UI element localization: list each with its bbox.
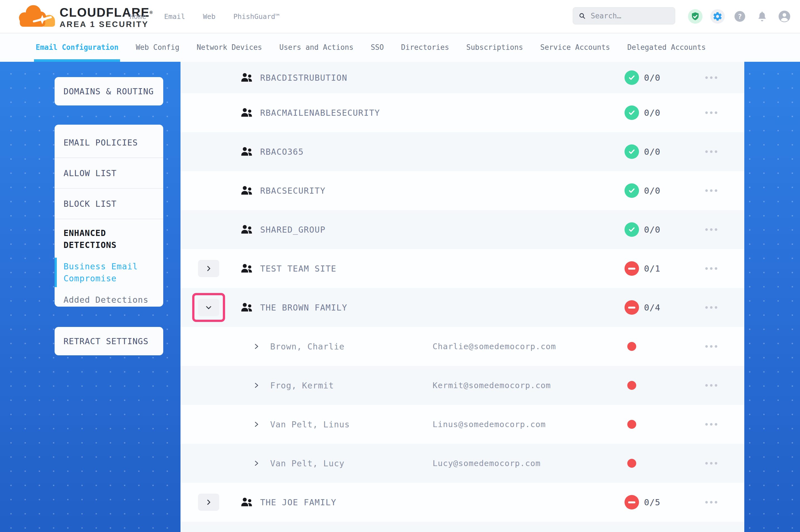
tab-service-accounts[interactable]: Service Accounts (540, 33, 610, 62)
check-icon (628, 109, 636, 117)
sidebar-item-added-detections[interactable]: Added Detections (63, 294, 154, 306)
users-group-icon (240, 107, 253, 118)
sidebar-item-block-list[interactable]: BLOCK LIST (55, 189, 163, 219)
overflow-menu-button[interactable] (704, 226, 719, 234)
tab-users-and-actions[interactable]: Users and Actions (279, 33, 353, 62)
table-row-group: RBACDISTRUBUTION 0/0 (181, 62, 744, 93)
sidebar-item-allow-list[interactable]: ALLOW LIST (55, 158, 163, 189)
tab-sso[interactable]: SSO (371, 33, 384, 62)
notifications-bell-icon[interactable] (755, 9, 769, 24)
sidebar-item-business-email-compromise[interactable]: Business Email Compromise (63, 261, 154, 284)
table-row-member: Brown, Charlie Charlie@somedemocorp.com (181, 327, 744, 366)
overflow-menu-button[interactable] (704, 74, 719, 81)
chevron-right-icon[interactable] (253, 421, 260, 428)
help-icon[interactable]: ? (732, 9, 747, 24)
check-icon (628, 74, 636, 82)
chevron-right-icon (205, 265, 212, 272)
header-nav-home[interactable]: Home (129, 13, 146, 21)
config-subnav: Email ConfigurationWeb ConfigNetwork Dev… (0, 33, 800, 62)
overflow-menu-button[interactable] (704, 343, 719, 350)
sidebar-item-domains-routing[interactable]: DOMAINS & ROUTING (63, 87, 154, 96)
chevron-right-icon[interactable] (253, 343, 260, 350)
member-status-dot (627, 459, 636, 468)
expand-toggle-button[interactable] (198, 494, 219, 511)
group-name: THE JOE FAMILY (260, 497, 337, 507)
header-nav-phishguard-[interactable]: PhishGuard™ (233, 13, 280, 21)
sidebar-item-enhanced-detections[interactable]: ENHANCED DETECTIONS (63, 227, 154, 251)
overflow-menu-button[interactable] (704, 187, 719, 195)
header-nav-email[interactable]: Email (164, 13, 185, 21)
member-count: 0/0 (644, 147, 660, 157)
sidebar-card-domains-routing[interactable]: DOMAINS & ROUTING (55, 77, 163, 106)
overflow-menu-button[interactable] (704, 109, 719, 117)
overflow-menu-button[interactable] (704, 148, 719, 156)
member-count: 0/0 (644, 186, 660, 196)
member-name: Van Pelt, Linus (270, 420, 350, 429)
chevron-right-icon[interactable] (253, 460, 260, 467)
shield-check-icon[interactable] (688, 9, 703, 24)
sidebar-item-retract-settings[interactable]: RETRACT SETTINGS (63, 336, 148, 346)
overflow-menu-button[interactable] (704, 265, 719, 273)
overflow-menu-button[interactable] (704, 498, 719, 507)
table-row-member: Frog, Kermit Kermit@somedemocorp.com (181, 366, 744, 405)
member-email: Charlie@somedemocorp.com (433, 342, 556, 351)
group-table: RBACDISTRUBUTION 0/0 RBACMAILENABLESECUR… (181, 62, 744, 532)
chevron-right-icon[interactable] (253, 382, 260, 389)
member-count: 0/5 (644, 497, 660, 507)
tab-delegated-accounts[interactable]: Delegated Accounts (627, 33, 706, 62)
member-status-dot (627, 420, 636, 429)
chevron-right-icon (205, 499, 212, 506)
member-email: Kermit@somedemocorp.com (433, 381, 551, 390)
member-status-dot (627, 342, 636, 351)
member-email: Linus@somedemocorp.com (433, 420, 546, 429)
table-row-group: SHARED_GROUP 0/0 (181, 210, 744, 249)
member-email: Lucy@somedemocorp.com (433, 458, 541, 468)
minus-icon (628, 307, 635, 308)
overflow-menu-button[interactable] (704, 381, 719, 390)
tab-directories[interactable]: Directories (401, 33, 449, 62)
check-icon (628, 186, 636, 195)
account-avatar-icon[interactable] (777, 9, 792, 24)
tab-web-config[interactable]: Web Config (136, 33, 179, 62)
page-background: DOMAINS & ROUTING EMAIL POLICIESALLOW LI… (0, 62, 800, 532)
table-row-member: Van Pelt, Linus Linus@somedemocorp.com (181, 405, 744, 444)
status-badge (624, 495, 639, 510)
minus-icon (628, 268, 635, 270)
member-count: 0/0 (644, 225, 660, 234)
sidebar-card-retract-settings[interactable]: RETRACT SETTINGS (55, 327, 163, 355)
table-row-group: THE JOE FAMILY 0/5 (181, 483, 744, 522)
users-group-icon (240, 263, 253, 274)
settings-gear-icon[interactable] (710, 9, 725, 24)
table-row-group: TEST TEAM SITE 0/1 (181, 249, 744, 288)
header-nav-web[interactable]: Web (203, 13, 215, 21)
status-badge (624, 222, 639, 237)
header-nav: HomeEmailWebPhishGuard™ (129, 0, 279, 33)
users-group-icon (240, 185, 253, 196)
overflow-menu-button[interactable] (704, 420, 719, 429)
tab-network-devices[interactable]: Network Devices (197, 33, 262, 62)
search-box (573, 7, 675, 24)
users-group-icon (240, 302, 253, 313)
policy-links: EMAIL POLICIESALLOW LISTBLOCK LIST (55, 128, 163, 219)
expand-toggle-button[interactable] (198, 299, 219, 316)
group-name: RBACO365 (260, 147, 304, 157)
table-row-group: RBACO365 0/0 (181, 132, 744, 171)
sidebar-item-email-policies[interactable]: EMAIL POLICIES (55, 128, 163, 158)
overflow-menu-button[interactable] (704, 304, 719, 311)
expand-toggle-button[interactable] (198, 260, 219, 277)
group-name: RBACMAILENABLESECURITY (260, 108, 380, 118)
enhanced-detections-section: ENHANCED DETECTIONS Business Email Compr… (55, 219, 163, 306)
member-name: Frog, Kermit (270, 381, 334, 391)
status-badge (624, 70, 639, 85)
svg-text:?: ? (738, 13, 742, 21)
header-icons: ? (688, 0, 792, 33)
member-name: Brown, Charlie (270, 342, 345, 352)
overflow-menu-button[interactable] (704, 459, 719, 468)
member-count: 0/4 (644, 302, 660, 312)
member-count: 0/0 (644, 108, 660, 118)
tab-subscriptions[interactable]: Subscriptions (466, 33, 523, 62)
member-status-dot (627, 381, 636, 390)
tab-email-configuration[interactable]: Email Configuration (36, 33, 119, 62)
users-group-icon (240, 224, 253, 235)
search-input[interactable] (590, 12, 669, 20)
